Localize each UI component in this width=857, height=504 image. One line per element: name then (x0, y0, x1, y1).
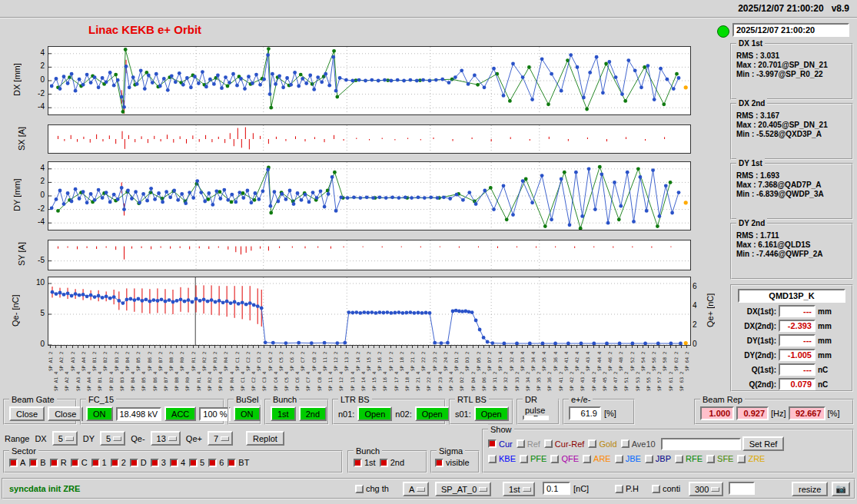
resize-button[interactable]: resize (792, 482, 828, 496)
dy1-min: Min : -6.839@QWDP_3A (736, 190, 852, 198)
range-dy-select[interactable]: 5 (100, 431, 125, 446)
sector-checkbox-6[interactable]: 6 (208, 458, 224, 467)
range-dx-select[interactable]: 5 (52, 431, 78, 446)
camera-button[interactable]: 📷 (832, 482, 850, 496)
checkbox-indicator (615, 455, 623, 463)
show-checkbox-RFE[interactable]: RFE (675, 454, 703, 463)
checkbox-label: PFE (530, 454, 546, 463)
replot-button[interactable]: Replot (246, 431, 284, 446)
show-checkbox-ARE[interactable]: ARE (583, 454, 611, 463)
qe-plus-axis-label: Qe+ [nC] (704, 275, 716, 346)
bpm-label: SP_A3_4 (75, 368, 81, 391)
y2-tick-label: 6 (693, 282, 705, 290)
bpm-label: SP_D7_2 (487, 348, 492, 371)
show-checkbox-JBP[interactable]: JBP (645, 454, 671, 463)
ref-name-entry[interactable] (661, 438, 741, 450)
sector-checkbox-C[interactable]: C (71, 458, 88, 467)
show-checkbox-Gold[interactable]: Gold (588, 439, 616, 449)
dy-orbit-plot (48, 161, 691, 230)
device-select[interactable]: SP_AT_0 (435, 482, 491, 496)
status-time-field: 2025/12/07 21:00:20 (732, 23, 849, 37)
inter-entry[interactable] (729, 482, 755, 495)
ltr-n02-open-button[interactable]: Open (415, 406, 450, 421)
rtl-s01-open-button[interactable]: Open (474, 406, 509, 421)
range-dx-label: DX (35, 434, 46, 443)
checkbox-indicator (208, 459, 217, 467)
ph-checkbox[interactable]: P.H (615, 484, 639, 493)
fc15-kv-field: 18.498 kV (116, 407, 162, 421)
bpm-label: SP_R1_2 (191, 348, 196, 371)
range-qep-select[interactable]: 7 (208, 431, 233, 446)
bpm-label: SP_A1_2 (48, 348, 53, 371)
sigma-checkbox-visible[interactable]: visible (435, 458, 470, 467)
show-checkbox-Ave10[interactable]: Ave10 (621, 439, 656, 449)
sector-checkbox-3[interactable]: 3 (151, 458, 166, 467)
dy1-max: Max : 7.368@QAD7P_A (736, 181, 852, 189)
bpm-label: SP_B8_2 (168, 348, 174, 371)
conti-checkbox[interactable]: conti (652, 484, 680, 493)
checkbox-indicator (130, 459, 138, 467)
y-tick-label: -5 (28, 256, 45, 264)
mode-select[interactable]: A (403, 482, 429, 496)
bunch-checkbox-1st[interactable]: 1st (354, 458, 376, 467)
range-qem-select[interactable]: 13 (151, 431, 181, 446)
show-checkbox-JBE[interactable]: JBE (615, 454, 641, 463)
checkbox-label: 2nd (390, 458, 404, 467)
show-checkbox-KBE[interactable]: KBE (488, 454, 516, 463)
threshold-entry[interactable]: 0.1 (543, 482, 570, 495)
range-qem-label: Qe- (131, 434, 144, 443)
show-checkbox-PFE[interactable]: PFE (520, 454, 546, 463)
sector-checkbox-2[interactable]: 2 (111, 458, 126, 467)
show-checkbox-Ref[interactable]: Ref (517, 439, 540, 449)
bpm-label: SP_31_2 (492, 368, 497, 391)
dy-axis-label: DY [mm] (11, 161, 23, 229)
checkbox-label: 1 (102, 458, 107, 467)
bpm-label: SP_18_4 (404, 368, 410, 391)
sector-checkbox-B[interactable]: B (29, 458, 45, 467)
bpm-label: SP_B3_4 (119, 368, 125, 391)
bpm-label: SP_B3_2 (114, 348, 119, 371)
bunch-2nd-button[interactable]: 2nd (299, 406, 327, 421)
show-checkbox-SFE[interactable]: SFE (706, 454, 733, 463)
sector-checkbox-5[interactable]: 5 (189, 458, 204, 467)
bpm-label: SP_B4_2 (125, 348, 130, 371)
ltr-n01-open-button[interactable]: Open (357, 406, 392, 421)
bpm-label: SP_21_4 (415, 368, 420, 391)
busel-on-button[interactable]: ON (234, 406, 261, 421)
sector-checkbox-A[interactable]: A (9, 458, 25, 467)
sector-checkbox-D[interactable]: D (130, 458, 147, 467)
bpm-label: SP_11_4 (327, 368, 333, 391)
bunch-1st-button[interactable]: 1st (271, 406, 296, 421)
sector-checkbox-1[interactable]: 1 (91, 458, 107, 467)
set-ref-button[interactable]: Set Ref (742, 436, 785, 451)
beam-gate-close2-button[interactable]: Close (48, 406, 83, 421)
show-checkbox-Cur-Ref[interactable]: Cur-Ref (544, 439, 585, 449)
interval-select[interactable]: 300 (689, 482, 723, 496)
monitor-value: -1.005 (779, 349, 815, 361)
show-checkbox-Cur[interactable]: Cur (488, 439, 513, 449)
stats-dx-2nd: DX 2nd RMS : 3.167 Max : 20.405@SP_DN_21… (730, 103, 853, 160)
show-checkbox-ZRE[interactable]: ZRE (737, 454, 765, 463)
fc15-on-button[interactable]: ON (86, 406, 113, 421)
bpm-label: SP_42_2 (569, 368, 574, 391)
chg-th-checkbox[interactable]: chg th (355, 484, 389, 493)
bunch-checkbox-2nd[interactable]: 2nd (380, 458, 404, 467)
show-checkbox-QFE[interactable]: QFE (550, 454, 579, 463)
monitor-device-select[interactable]: QMD13P_K (738, 289, 845, 303)
dx2-rms: RMS : 3.167 (736, 111, 852, 120)
sector-checkbox-BT[interactable]: BT (228, 458, 249, 467)
optionmenu-indicator (417, 487, 425, 492)
sector-checkbox-4[interactable]: 4 (170, 458, 185, 467)
bpm-label: SP_C5_2 (278, 348, 284, 371)
bpm-label: SP_B8_4 (174, 368, 179, 391)
sector-checkbox-R[interactable]: R (50, 458, 67, 467)
bpm-label: SP_13_2 (344, 348, 349, 371)
stats-dx-1st: DX 1st RMS : 3.031 Max : 20.701@SP_DN_21… (730, 43, 853, 100)
y-tick-label: 4 (28, 164, 45, 172)
bunch-order-select[interactable]: 1st (503, 482, 535, 496)
sx-steering-plot (48, 124, 691, 154)
beam-gate-close1-button[interactable]: Close (9, 406, 45, 421)
optionmenu-indicator (113, 436, 121, 441)
checkbox-indicator (520, 455, 528, 463)
fc15-acc-button[interactable]: ACC (164, 406, 196, 421)
